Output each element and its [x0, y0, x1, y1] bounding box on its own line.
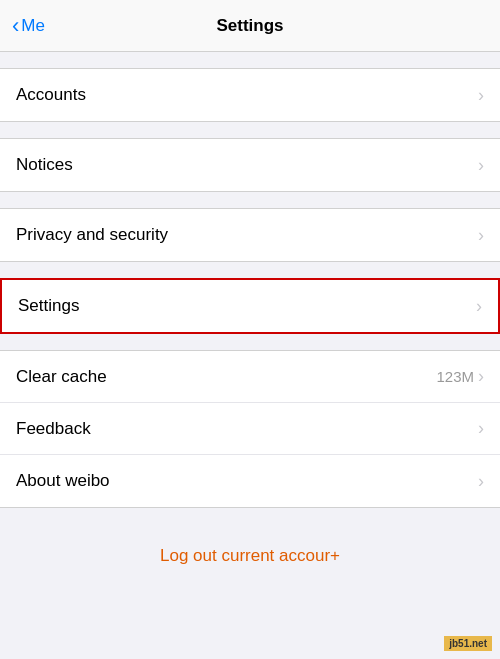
- menu-item-right-accounts: ›: [478, 85, 484, 106]
- menu-group-group5: Clear cache123M›Feedback›About weibo›: [0, 350, 500, 508]
- nav-bar: ‹ Me Settings: [0, 0, 500, 52]
- menu-item-settings[interactable]: Settings›: [2, 280, 498, 332]
- menu-item-label-privacy: Privacy and security: [16, 225, 168, 245]
- menu-group-group4: Settings›: [0, 278, 500, 334]
- menu-item-notices[interactable]: Notices›: [0, 139, 500, 191]
- chevron-right-icon: ›: [478, 85, 484, 106]
- back-chevron-icon: ‹: [12, 15, 19, 37]
- menu-group-group3: Privacy and security›: [0, 208, 500, 262]
- menu-item-feedback[interactable]: Feedback›: [0, 403, 500, 455]
- back-label: Me: [21, 16, 45, 36]
- chevron-right-icon: ›: [478, 418, 484, 439]
- menu-item-about[interactable]: About weibo›: [0, 455, 500, 507]
- menu-item-right-privacy: ›: [478, 225, 484, 246]
- menu-item-label-feedback: Feedback: [16, 419, 91, 439]
- menu-item-right-feedback: ›: [478, 418, 484, 439]
- menu-item-right-settings: ›: [476, 296, 482, 317]
- menu-item-right-notices: ›: [478, 155, 484, 176]
- chevron-right-icon: ›: [478, 155, 484, 176]
- chevron-right-icon: ›: [478, 225, 484, 246]
- page-title: Settings: [216, 16, 283, 36]
- menu-item-label-notices: Notices: [16, 155, 73, 175]
- menu-item-label-accounts: Accounts: [16, 85, 86, 105]
- watermark: jb51.net: [444, 636, 492, 651]
- chevron-right-icon: ›: [476, 296, 482, 317]
- menu-item-label-clear-cache: Clear cache: [16, 367, 107, 387]
- menu-item-label-settings: Settings: [18, 296, 79, 316]
- menu-item-right-clear-cache: 123M›: [436, 366, 484, 387]
- menu-item-accounts[interactable]: Accounts›: [0, 69, 500, 121]
- chevron-right-icon: ›: [478, 366, 484, 387]
- back-button[interactable]: ‹ Me: [12, 15, 45, 37]
- menu-item-clear-cache[interactable]: Clear cache123M›: [0, 351, 500, 403]
- menu-group-group2: Notices›: [0, 138, 500, 192]
- logout-section[interactable]: Log out current accour+: [0, 532, 500, 580]
- menu-item-label-about: About weibo: [16, 471, 110, 491]
- menu-item-privacy[interactable]: Privacy and security›: [0, 209, 500, 261]
- menu-item-value-clear-cache: 123M: [436, 368, 474, 385]
- chevron-right-icon: ›: [478, 471, 484, 492]
- logout-label[interactable]: Log out current accour+: [160, 546, 340, 566]
- menu-item-right-about: ›: [478, 471, 484, 492]
- menu-group-group1: Accounts›: [0, 68, 500, 122]
